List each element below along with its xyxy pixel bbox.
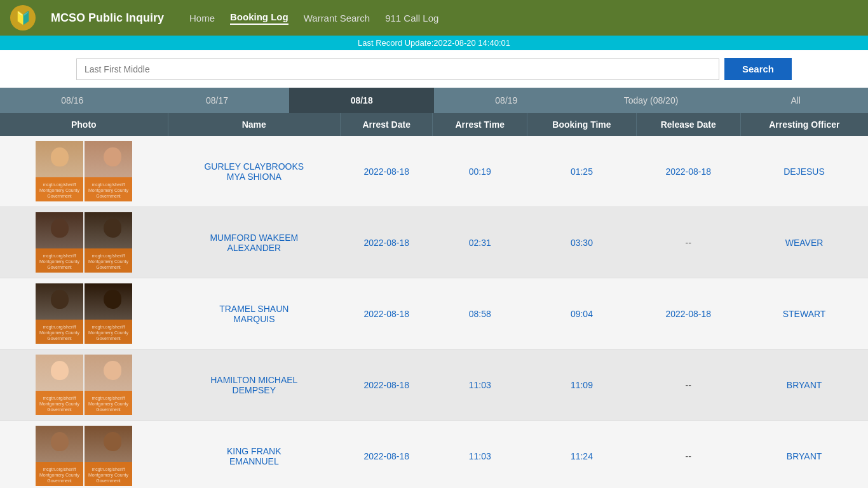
arrest-time-cell: 11:03 (433, 349, 527, 421)
inmate-name-link[interactable]: MUMFORD WAKEEMALEXANDER (210, 233, 298, 253)
release-date-cell: 2022-08-18 (636, 278, 740, 349)
update-text: Last Record Update:2022-08-20 14:40:01 (358, 38, 510, 48)
date-tabs: 08/16 08/17 08/18 08/19 Today (08/20) Al… (0, 88, 868, 113)
photo-cell: mcgtn.org/sheriffMontgomery County Gover… (0, 136, 168, 207)
officer-cell: BRYANT (740, 349, 868, 421)
col-name: Name (168, 113, 340, 136)
tab-08-16[interactable]: 08/16 (0, 88, 145, 113)
tab-all[interactable]: All (723, 88, 868, 113)
name-cell[interactable]: GURLEY CLAYBROOKSMYA SHIONA (168, 136, 340, 207)
booking-time-cell: 03:30 (527, 207, 637, 278)
search-button[interactable]: Search (724, 58, 792, 80)
inmate-name-link[interactable]: TRAMEL SHAUNMARQUIS (219, 304, 288, 324)
tab-08-19[interactable]: 08/19 (434, 88, 579, 113)
top-navigation: 🔰 MCSO Public Inquiry Home Booking Log W… (0, 0, 868, 36)
officer-cell: DEJESUS (740, 136, 868, 207)
col-booking-time: Booking Time (527, 113, 637, 136)
table-row: mcgtn.org/sheriffMontgomery County Gover… (0, 421, 868, 489)
app-title: MCSO Public Inquiry (51, 11, 164, 25)
table-header-row: Photo Name Arrest Date Arrest Time Booki… (0, 113, 868, 136)
nav-911-call-log[interactable]: 911 Call Log (385, 13, 438, 24)
arrest-date-cell: 2022-08-18 (341, 278, 433, 349)
arrest-time-cell: 02:31 (433, 207, 527, 278)
col-photo: Photo (0, 113, 168, 136)
search-row: Search (0, 50, 868, 88)
photo-cell: mcgtn.org/sheriffMontgomery County Gover… (0, 278, 168, 349)
update-bar: Last Record Update:2022-08-20 14:40:01 (0, 36, 868, 50)
nav-home[interactable]: Home (189, 13, 215, 24)
release-date-cell: -- (636, 421, 740, 489)
col-release-date: Release Date (636, 113, 740, 136)
arrest-time-cell: 11:03 (433, 421, 527, 489)
arrest-date-cell: 2022-08-18 (341, 207, 433, 278)
table-row: mcgtn.org/sheriffMontgomery County Gover… (0, 207, 868, 278)
release-date-cell: 2022-08-18 (636, 136, 740, 207)
photo-cell: mcgtn.org/sheriffMontgomery County Gover… (0, 421, 168, 489)
name-cell[interactable]: MUMFORD WAKEEMALEXANDER (168, 207, 340, 278)
nav-warrant-search[interactable]: Warrant Search (304, 13, 370, 24)
photo-cell: mcgtn.org/sheriffMontgomery County Gover… (0, 207, 168, 278)
booking-time-cell: 09:04 (527, 278, 637, 349)
arrest-date-cell: 2022-08-18 (341, 349, 433, 421)
inmate-name-link[interactable]: HAMILTON MICHAELDEMPSEY (210, 375, 297, 395)
photo-cell: mcgtn.org/sheriffMontgomery County Gover… (0, 349, 168, 421)
booking-time-cell: 01:25 (527, 136, 637, 207)
officer-cell: STEWART (740, 278, 868, 349)
booking-time-cell: 11:24 (527, 421, 637, 489)
arrest-time-cell: 00:19 (433, 136, 527, 207)
table-row: mcgtn.org/sheriffMontgomery County Gover… (0, 136, 868, 207)
tab-today[interactable]: Today (08/20) (579, 88, 724, 113)
arrest-date-cell: 2022-08-18 (341, 421, 433, 489)
booking-time-cell: 11:09 (527, 349, 637, 421)
inmate-name-link[interactable]: GURLEY CLAYBROOKSMYA SHIONA (204, 161, 304, 182)
officer-cell: BRYANT (740, 421, 868, 489)
release-date-cell: -- (636, 349, 740, 421)
arrest-date-cell: 2022-08-18 (341, 136, 433, 207)
nav-booking-log[interactable]: Booking Log (230, 11, 288, 25)
name-cell[interactable]: KING FRANKEMANNUEL (168, 421, 340, 489)
arrest-time-cell: 08:58 (433, 278, 527, 349)
col-arrest-date: Arrest Date (341, 113, 433, 136)
app-logo: 🔰 (10, 5, 36, 30)
table-row: mcgtn.org/sheriffMontgomery County Gover… (0, 278, 868, 349)
col-arresting-officer: Arresting Officer (740, 113, 868, 136)
name-cell[interactable]: HAMILTON MICHAELDEMPSEY (168, 349, 340, 421)
col-arrest-time: Arrest Time (433, 113, 527, 136)
inmate-name-link[interactable]: KING FRANKEMANNUEL (227, 446, 281, 466)
tab-08-17[interactable]: 08/17 (145, 88, 290, 113)
release-date-cell: -- (636, 207, 740, 278)
search-input[interactable] (76, 58, 719, 80)
name-cell[interactable]: TRAMEL SHAUNMARQUIS (168, 278, 340, 349)
tab-08-18[interactable]: 08/18 (289, 88, 434, 113)
booking-table: Photo Name Arrest Date Arrest Time Booki… (0, 113, 868, 488)
table-row: mcgtn.org/sheriffMontgomery County Gover… (0, 349, 868, 421)
officer-cell: WEAVER (740, 207, 868, 278)
nav-links: Home Booking Log Warrant Search 911 Call… (189, 11, 438, 25)
